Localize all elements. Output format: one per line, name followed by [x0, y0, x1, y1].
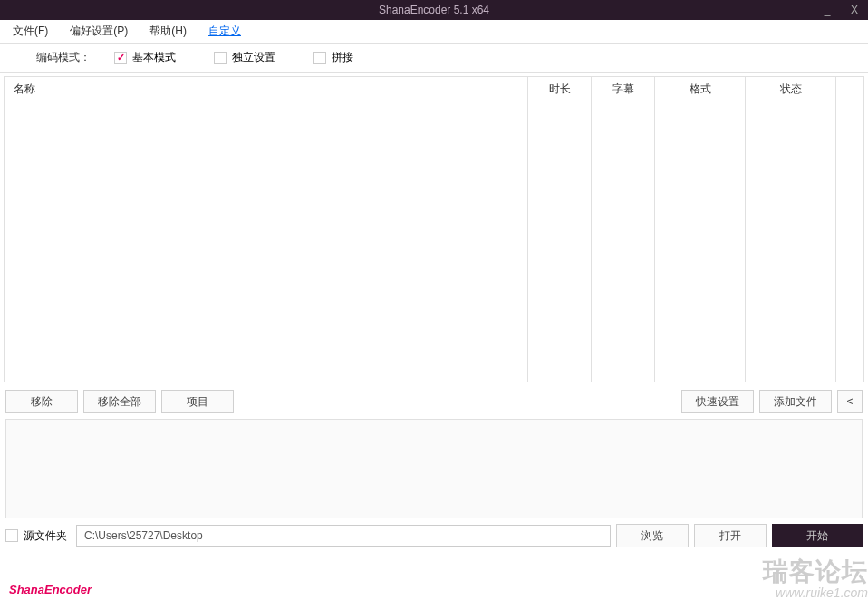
quick-settings-button[interactable]: 快速设置 — [681, 390, 754, 413]
remove-all-button[interactable]: 移除全部 — [83, 390, 156, 413]
source-folder-label: 源文件夹 — [24, 528, 67, 544]
mode-basic-label: 基本模式 — [132, 50, 176, 65]
column-duration[interactable]: 时长 — [528, 77, 592, 102]
table-body[interactable] — [5, 102, 863, 382]
settings-panel — [5, 419, 863, 518]
menubar: 文件(F) 偏好设置(P) 帮助(H) 自定义 — [0, 20, 868, 44]
output-path-input[interactable] — [76, 525, 611, 547]
file-table: 名称 时长 字幕 格式 状态 — [4, 76, 864, 382]
minimize-button[interactable]: _ — [814, 0, 841, 20]
checkbox-icon — [5, 529, 18, 542]
watermark-text: 瑞客论坛 — [763, 558, 868, 586]
action-buttons-row: 移除 移除全部 项目 快速设置 添加文件 < — [0, 386, 868, 417]
mode-independent[interactable]: 独立设置 — [214, 50, 275, 65]
titlebar: ShanaEncoder 5.1 x64 _ X — [0, 0, 868, 20]
checkbox-icon — [313, 52, 326, 64]
source-folder-option[interactable]: 源文件夹 — [5, 528, 67, 544]
menu-help[interactable]: 帮助(H) — [146, 22, 190, 41]
start-button[interactable]: 开始 — [772, 524, 863, 547]
browse-button[interactable]: 浏览 — [616, 524, 689, 547]
checkbox-icon — [114, 52, 127, 64]
menu-file[interactable]: 文件(F) — [9, 22, 52, 41]
add-file-button[interactable]: 添加文件 — [759, 390, 832, 413]
column-subtitle[interactable]: 字幕 — [592, 77, 655, 102]
encoding-mode-label: 编码模式： — [36, 50, 91, 65]
column-status[interactable]: 状态 — [746, 77, 836, 102]
column-name[interactable]: 名称 — [5, 77, 528, 102]
close-button[interactable]: X — [841, 0, 868, 20]
encoding-mode-row: 编码模式： 基本模式 独立设置 拼接 — [0, 44, 868, 73]
watermark: 瑞客论坛 www.ruike1.com — [763, 558, 868, 600]
window-title: ShanaEncoder 5.1 x64 — [379, 4, 489, 16]
checkbox-icon — [214, 52, 227, 64]
brand-label: ShanaEncoder — [9, 583, 92, 596]
mode-basic[interactable]: 基本模式 — [114, 50, 176, 65]
remove-button[interactable]: 移除 — [5, 390, 78, 413]
mode-concat-label: 拼接 — [332, 50, 353, 65]
mode-concat[interactable]: 拼接 — [313, 50, 353, 65]
collapse-button[interactable]: < — [837, 390, 863, 413]
mode-independent-label: 独立设置 — [232, 50, 275, 65]
open-button[interactable]: 打开 — [694, 524, 767, 547]
output-row: 源文件夹 浏览 打开 开始 — [0, 520, 868, 551]
column-format[interactable]: 格式 — [655, 77, 746, 102]
watermark-url: www.ruike1.com — [763, 586, 868, 600]
project-button[interactable]: 项目 — [161, 390, 234, 413]
menu-preferences[interactable]: 偏好设置(P) — [66, 22, 131, 41]
column-spacer — [836, 77, 863, 102]
table-header: 名称 时长 字幕 格式 状态 — [5, 77, 863, 102]
menu-custom[interactable]: 自定义 — [205, 22, 245, 41]
